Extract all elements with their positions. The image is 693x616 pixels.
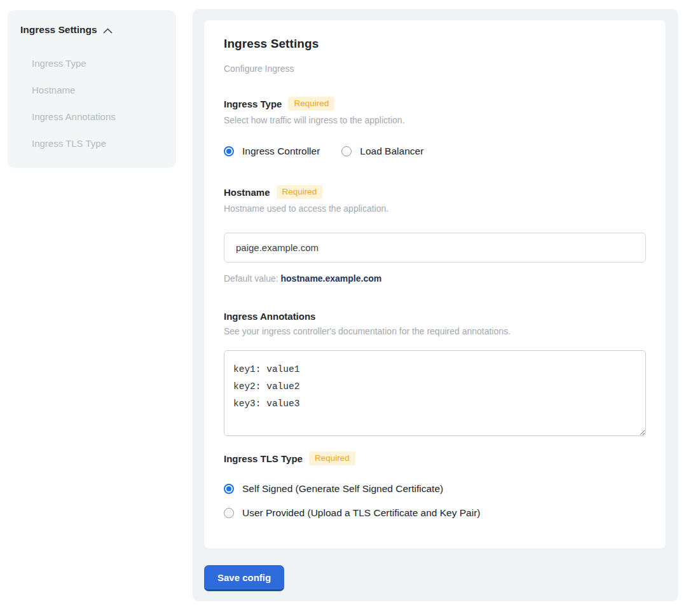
field-ingress-annotations: Ingress Annotations See your ingress con…	[224, 311, 646, 439]
hostname-input[interactable]	[224, 233, 646, 263]
ingress-type-help: Select how traffic will ingress to the a…	[224, 115, 646, 125]
page-title: Ingress Settings	[224, 37, 646, 51]
settings-card: Ingress Settings Configure Ingress Ingre…	[204, 20, 666, 549]
chevron-up-icon	[103, 27, 113, 34]
radio-unselected-icon	[341, 146, 352, 156]
page-subtitle: Configure Ingress	[224, 64, 646, 74]
sidebar: Ingress Settings Ingress Type Hostname I…	[8, 10, 176, 168]
radio-self-signed-label: Self Signed (Generate Self Signed Certif…	[242, 483, 443, 495]
radio-user-provided[interactable]: User Provided (Upload a TLS Certificate …	[224, 507, 646, 519]
radio-ingress-controller[interactable]: Ingress Controller	[224, 146, 320, 157]
radio-ingress-controller-label: Ingress Controller	[242, 146, 320, 157]
hostname-help: Hostname used to access the application.	[224, 203, 646, 214]
field-hostname: Hostname Required Hostname used to acces…	[224, 185, 646, 284]
radio-load-balancer[interactable]: Load Balancer	[341, 146, 423, 157]
sidebar-item-hostname[interactable]: Hostname	[32, 76, 163, 103]
radio-user-provided-label: User Provided (Upload a TLS Certificate …	[242, 507, 480, 519]
settings-panel: Ingress Settings Configure Ingress Ingre…	[193, 9, 678, 601]
sidebar-nav: Ingress Type Hostname Ingress Annotation…	[32, 50, 163, 156]
field-ingress-type: Ingress Type Required Select how traffic…	[224, 97, 646, 157]
radio-unselected-icon	[224, 508, 234, 518]
save-config-button[interactable]: Save config	[204, 565, 284, 591]
ingress-tls-type-label: Ingress TLS Type	[224, 453, 303, 464]
radio-selected-icon	[224, 146, 234, 156]
required-badge: Required	[277, 185, 323, 199]
sidebar-item-ingress-type[interactable]: Ingress Type	[32, 50, 163, 76]
tls-radio-group: Self Signed (Generate Self Signed Certif…	[224, 483, 646, 519]
sidebar-item-ingress-tls-type[interactable]: Ingress TLS Type	[32, 130, 163, 156]
radio-self-signed[interactable]: Self Signed (Generate Self Signed Certif…	[224, 483, 646, 495]
required-badge: Required	[309, 451, 355, 465]
field-ingress-tls-type: Ingress TLS Type Required Self Signed (G…	[224, 451, 646, 519]
hostname-label: Hostname	[224, 187, 270, 198]
ingress-annotations-textarea[interactable]: key1: value1 key2: value2 key3: value3	[224, 350, 646, 436]
radio-load-balancer-label: Load Balancer	[360, 146, 423, 157]
hostname-default-line: Default value: hostname.example.com	[224, 273, 646, 284]
radio-selected-icon	[224, 484, 234, 494]
required-badge: Required	[288, 97, 334, 111]
sidebar-heading-label: Ingress Settings	[20, 24, 97, 36]
ingress-type-label: Ingress Type	[224, 99, 282, 109]
sidebar-heading[interactable]: Ingress Settings	[20, 24, 163, 36]
ingress-annotations-label: Ingress Annotations	[224, 311, 315, 322]
ingress-type-radio-group: Ingress Controller Load Balancer	[224, 146, 646, 157]
ingress-annotations-help: See your ingress controller's documentat…	[224, 326, 646, 336]
default-value-label: Default value:	[224, 273, 278, 284]
default-value-text: hostname.example.com	[281, 273, 382, 284]
sidebar-item-ingress-annotations[interactable]: Ingress Annotations	[32, 103, 163, 130]
